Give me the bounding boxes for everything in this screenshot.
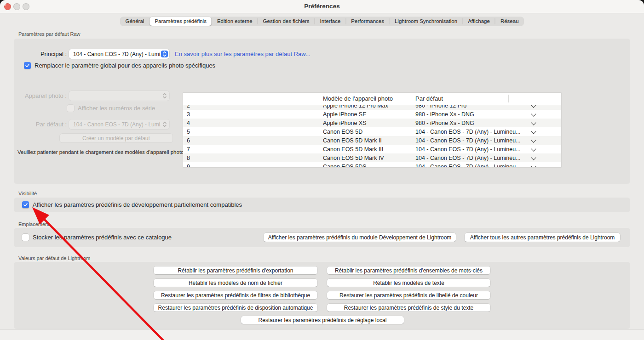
default-preset: 104 - Canon EOS - 7D (Any) - Lumineu... xyxy=(415,129,521,135)
chevron-down-icon[interactable] xyxy=(531,111,536,116)
tab-interface[interactable]: Interface xyxy=(315,17,346,26)
show-other-presets-button[interactable]: Afficher tous les autres paramètres préd… xyxy=(465,233,620,242)
tab-gestion-des-fichiers[interactable]: Gestion des fichiers xyxy=(258,17,315,26)
preferences-tab-bar: GénéralParamètres prédéfinisEdition exte… xyxy=(120,17,523,26)
camera-model: Apple iPhone SE xyxy=(323,111,367,118)
row-number: 7 xyxy=(187,146,190,153)
check-icon xyxy=(23,202,28,207)
stepper-icon xyxy=(161,51,168,57)
default-preset: 104 - Canon EOS - 7D (Any) - Lumineu... xyxy=(415,137,521,144)
window-title: Préférences xyxy=(0,3,644,10)
camera-table-row[interactable]: 4Apple iPhone XS980 - iPhone Xs - DNG xyxy=(183,119,561,127)
camera-table-row[interactable]: 9Canon EOS 5DS104 - Canon EOS - 7D (Any)… xyxy=(183,162,561,167)
default-preset: 104 - Canon EOS - 7D (Any) - Lumineu... xyxy=(415,146,521,153)
reset-button-left-4[interactable]: Restaurer les paramètres prédéfinis de d… xyxy=(154,304,317,312)
principal-select[interactable]: 104 - Canon EOS - 7D (Any) - Lumi... xyxy=(69,49,169,59)
stepper-icon xyxy=(161,92,168,99)
default-select: 104 - Canon EOS - 7D (Any) - Lumi... xyxy=(69,119,169,129)
tab-performances[interactable]: Performances xyxy=(346,17,389,26)
row-number: 5 xyxy=(187,129,190,135)
store-with-catalog-checkbox[interactable] xyxy=(22,234,29,241)
camera-label: Appareil photo : xyxy=(9,92,67,99)
show-serials-label: Afficher les numéros de série xyxy=(78,105,155,112)
tab-r-seau[interactable]: Réseau xyxy=(495,17,524,26)
default-preset: 104 - Canon EOS - 7D (Any) - Lumineu... xyxy=(415,155,521,161)
raw-section-label: Paramètres par défaut Raw xyxy=(18,31,80,37)
window-corner-right xyxy=(638,0,644,6)
reset-button-right-4[interactable]: Restaurer les paramètres prédéfinis de s… xyxy=(327,304,490,312)
table-rows: 2Apple iPhone 12 Pro Max980 - iPhone 12 … xyxy=(183,101,561,167)
row-number: 6 xyxy=(187,137,190,144)
chevron-down-icon[interactable] xyxy=(531,137,536,142)
default-preset: 980 - iPhone Xs - DNG xyxy=(415,111,474,118)
location-section-label: Emplacement xyxy=(18,221,49,227)
show-serials-checkbox xyxy=(67,105,74,112)
default-preset: 104 - Canon EOS - 7D (Any) - Lumineu... xyxy=(415,164,521,168)
defaults-section-label: Valeurs par défaut de Lightroom xyxy=(18,255,90,261)
learn-more-link[interactable]: En savoir plus sur les paramètres par dé… xyxy=(175,51,310,57)
tab-param-tres-pr-d-finis[interactable]: Paramètres prédéfinis xyxy=(150,17,212,26)
camera-table-row[interactable]: 6Canon EOS 5D Mark II104 - Canon EOS - 7… xyxy=(183,136,561,145)
chevron-down-icon[interactable] xyxy=(531,146,536,151)
window-corner-left xyxy=(0,0,6,6)
reset-button-left-2[interactable]: Rétablir les modèles de nom de fichier xyxy=(154,279,317,287)
row-number: 9 xyxy=(187,164,190,168)
tab-affichage[interactable]: Affichage xyxy=(463,17,495,26)
camera-table-row[interactable]: 3Apple iPhone SE980 - iPhone Xs - DNG xyxy=(183,110,561,119)
tab-lightroom-synchronisation[interactable]: Lightroom Synchronisation xyxy=(390,17,462,26)
camera-model: Canon EOS 5D Mark IV xyxy=(323,155,384,161)
restore-local-adjustment-presets-button[interactable]: Restaurer les paramètres prédéfinis de r… xyxy=(241,316,404,324)
show-partially-compatible-checkbox[interactable] xyxy=(22,201,29,208)
show-develop-presets-button[interactable]: Afficher les paramètres prédéfinis du mo… xyxy=(264,233,456,242)
show-partially-compatible-label: Afficher les paramètres prédéfinis de dé… xyxy=(33,201,242,208)
reset-button-right-1[interactable]: Rétablir les paramètres prédéfinis d'ens… xyxy=(327,266,490,274)
camera-models-table[interactable]: 2Apple iPhone 12 Pro Max980 - iPhone 12 … xyxy=(183,93,561,167)
tab-edition-externe[interactable]: Edition externe xyxy=(212,17,258,26)
column-header-model: Modèle de l'appareil photo xyxy=(323,95,393,102)
create-default-button: Créer un modèle par défaut xyxy=(60,134,172,142)
store-with-catalog-label: Stocker les paramètres prédéfinis avec c… xyxy=(33,234,172,241)
column-separator[interactable] xyxy=(508,95,509,102)
default-preset: 980 - iPhone Xs - DNG xyxy=(415,120,474,126)
chevron-down-icon[interactable] xyxy=(531,164,536,167)
preferences-window: Préférences GénéralParamètres prédéfinis… xyxy=(0,0,644,340)
camera-model: Canon EOS 5D xyxy=(323,129,362,135)
principal-label: Principal : xyxy=(9,51,67,57)
reset-button-left-1[interactable]: Rétablir les paramètres prédéfinis d'exp… xyxy=(154,266,317,274)
title-bar: Préférences xyxy=(0,0,644,13)
row-number: 3 xyxy=(187,111,190,118)
override-global-label: Remplacer le paramètre global pour des a… xyxy=(34,62,215,69)
camera-model: Canon EOS 5DS xyxy=(323,164,367,168)
reset-button-right-3[interactable]: Restaurer les paramètres prédéfinis de l… xyxy=(327,291,490,299)
chevron-down-icon[interactable] xyxy=(531,155,536,160)
camera-model: Canon EOS 5D Mark II xyxy=(323,137,382,144)
row-number: 4 xyxy=(187,120,190,126)
reset-button-left-3[interactable]: Restaurer les paramètres prédéfinis de f… xyxy=(154,291,317,299)
camera-model: Canon EOS 5D Mark III xyxy=(323,146,383,153)
loading-models-text: Veuillez patienter pendant le chargement… xyxy=(17,149,185,155)
row-number: 8 xyxy=(187,155,190,161)
camera-table-row[interactable]: 7Canon EOS 5D Mark III104 - Canon EOS - … xyxy=(183,145,561,153)
tab-g-n-ral[interactable]: Général xyxy=(120,17,149,26)
check-icon xyxy=(25,63,30,68)
chevron-down-icon[interactable] xyxy=(531,120,536,125)
table-header: Modèle de l'appareil photo Par défaut xyxy=(183,93,561,105)
column-header-default: Par défaut xyxy=(415,95,443,102)
camera-table-row[interactable]: 8Canon EOS 5D Mark IV104 - Canon EOS - 7… xyxy=(183,153,561,162)
override-global-checkbox[interactable] xyxy=(24,62,31,69)
window-bottom-strip xyxy=(0,329,644,340)
principal-select-value: 104 - Canon EOS - 7D (Any) - Lumi... xyxy=(69,51,161,57)
stepper-icon xyxy=(161,121,168,128)
default-select-value: 104 - Canon EOS - 7D (Any) - Lumi... xyxy=(69,121,161,128)
reset-button-right-2[interactable]: Rétablir les modèles de texte xyxy=(327,279,490,287)
camera-table-row[interactable]: 5Canon EOS 5D104 - Canon EOS - 7D (Any) … xyxy=(183,127,561,136)
chevron-down-icon[interactable] xyxy=(531,129,536,134)
default-label: Par défaut : xyxy=(9,121,67,128)
camera-model: Apple iPhone XS xyxy=(323,120,367,126)
camera-select xyxy=(69,91,169,101)
visibility-section-label: Visibilité xyxy=(18,191,37,196)
